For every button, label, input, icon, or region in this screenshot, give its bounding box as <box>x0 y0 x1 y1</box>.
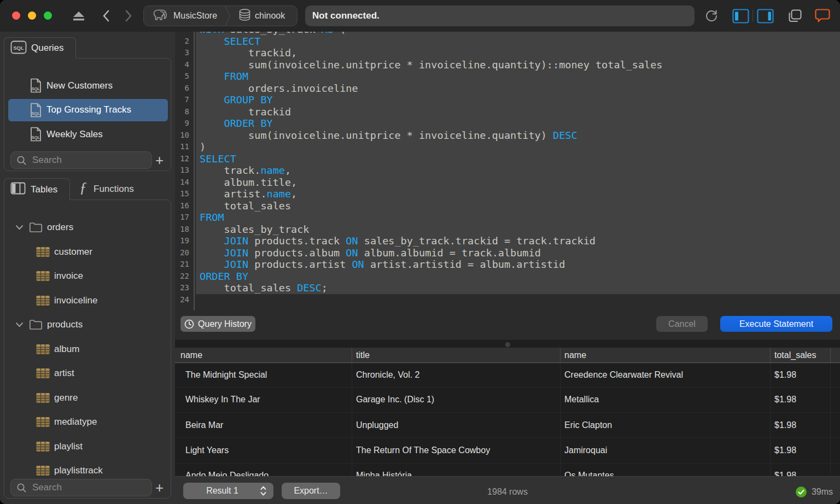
code-line[interactable]: sum(invoiceline.unitprice * invoiceline.… <box>196 59 840 71</box>
line-number: 16 <box>175 200 189 212</box>
code-line[interactable]: JOIN products.album ON album.albumid = t… <box>196 247 840 259</box>
code-line[interactable]: orders.invoiceline <box>196 83 840 95</box>
svg-text:SQL: SQL <box>32 111 40 116</box>
chevron-down-icon[interactable] <box>15 225 24 230</box>
table-icon <box>36 368 50 379</box>
result-cell: $1.98 <box>771 413 831 437</box>
result-cell-filler <box>831 388 840 412</box>
tree-folder-row[interactable]: products <box>4 314 171 336</box>
table-icon <box>36 466 50 476</box>
code-line[interactable]: trackid, <box>196 47 840 59</box>
tree-table-label: genre <box>54 392 78 403</box>
code-line[interactable]: GROUP BY <box>196 94 840 106</box>
result-cell: Unplugged <box>352 413 561 437</box>
eject-icon[interactable] <box>71 0 86 32</box>
column-header-filler <box>831 348 840 362</box>
code-line[interactable]: ) <box>196 141 840 153</box>
tree-table-row[interactable]: invoice <box>4 265 171 288</box>
code-line[interactable]: album.title, <box>196 177 840 189</box>
code-line[interactable]: FROM <box>196 71 840 83</box>
tree-table-row[interactable]: artist <box>4 362 171 385</box>
result-cell: Minha História <box>352 464 561 476</box>
drag-handle[interactable] <box>505 342 510 347</box>
export-button[interactable]: Export… <box>282 483 340 499</box>
tree-table-row[interactable]: invoiceline <box>4 289 171 312</box>
code-line[interactable]: JOIN products.artist ON artist.artistid … <box>196 259 840 271</box>
breadcrumb-project[interactable]: MusicStore <box>173 11 217 21</box>
code-line[interactable]: artist.name, <box>196 188 840 200</box>
query-item[interactable]: SQLNew Customers <box>8 74 168 97</box>
code-line[interactable]: SELECT <box>196 153 840 165</box>
pane-divider[interactable] <box>175 340 840 348</box>
line-number: 12 <box>175 153 189 165</box>
toggle-right-sidebar-button[interactable] <box>756 0 774 32</box>
query-history-button[interactable]: Query History <box>180 316 255 332</box>
minimize-button[interactable] <box>28 11 36 20</box>
column-header[interactable]: name <box>561 348 771 362</box>
tree-table-row[interactable]: mediatype <box>4 411 171 433</box>
code-line[interactable]: trackid <box>196 106 840 118</box>
tree-table-row[interactable]: album <box>4 338 171 360</box>
code-line[interactable]: ORDER BY <box>196 118 840 130</box>
code-line[interactable]: sales_by_track <box>196 224 840 236</box>
add-table-button[interactable]: + <box>155 480 164 495</box>
column-header[interactable]: title <box>352 348 561 362</box>
tables-tab[interactable]: Tables <box>4 178 70 200</box>
result-row[interactable]: The Midnight SpecialChronicle, Vol. 2Cre… <box>175 364 840 388</box>
tree-table-row[interactable]: genre <box>4 386 171 409</box>
column-header[interactable]: name <box>175 348 352 362</box>
refresh-button[interactable] <box>703 0 720 32</box>
result-row[interactable]: Whiskey In The JarGarage Inc. (Disc 1)Me… <box>175 388 840 413</box>
sql-file-icon: SQL <box>30 127 42 144</box>
zoom-button[interactable] <box>44 11 52 20</box>
result-row[interactable]: Light YearsThe Return Of The Space Cowbo… <box>175 438 840 463</box>
results-header: nametitlenametotal_sales <box>175 348 840 363</box>
query-item[interactable]: SQLWeekly Sales <box>8 123 168 145</box>
back-button[interactable] <box>100 0 112 32</box>
chat-button[interactable] <box>814 0 831 32</box>
column-header[interactable]: total_sales <box>771 348 831 362</box>
code-line[interactable]: ORDER BY <box>196 271 840 283</box>
result-row[interactable]: Beira MarUnpluggedEric Clapton$1.98 <box>175 413 840 438</box>
query-item[interactable]: SQLTop Grossing Tracks <box>8 99 168 121</box>
result-selector[interactable]: Result 1 <box>183 483 273 499</box>
code-line[interactable]: total_sales <box>196 200 840 212</box>
tree-folder-row[interactable]: orders <box>4 216 171 239</box>
code-line[interactable]: FROM <box>196 212 840 224</box>
queries-tab[interactable]: SQL Queries <box>4 37 76 58</box>
line-number: 2 <box>175 36 189 48</box>
execute-statement-button[interactable]: Execute Statement <box>720 316 832 332</box>
toggle-left-sidebar-button[interactable] <box>732 0 749 32</box>
code-line[interactable]: track.name, <box>196 165 840 177</box>
queries-search-field[interactable]: Search <box>10 151 152 169</box>
close-button[interactable] <box>12 11 20 20</box>
functions-tab[interactable]: ƒ Functions <box>70 178 170 200</box>
sql-editor[interactable]: 123456789101112131415161718192021222324 … <box>175 32 840 310</box>
code-line[interactable]: SELECT <box>196 36 840 48</box>
function-icon: ƒ <box>78 180 89 198</box>
add-query-button[interactable]: + <box>155 153 164 167</box>
row-count: 1984 rows <box>175 479 840 504</box>
line-number: 14 <box>175 177 189 189</box>
result-row[interactable]: Ando Meio DesligadoMinha HistóriaOs Muta… <box>175 464 840 476</box>
code-line[interactable]: sum(invoiceline.unitprice * invoiceline.… <box>196 130 840 142</box>
tree-table-row[interactable]: playlist <box>4 435 171 458</box>
result-cell: $1.98 <box>771 364 831 387</box>
tables-search-field[interactable]: Search <box>10 479 152 496</box>
code-line[interactable] <box>196 294 840 306</box>
tree-table-label: playlisttrack <box>54 465 103 476</box>
tree-table-row[interactable]: customer <box>4 241 171 263</box>
query-history-label: Query History <box>198 319 252 329</box>
breadcrumb-database[interactable]: chinook <box>255 11 285 21</box>
code-line[interactable]: JOIN products.track ON sales_by_track.tr… <box>196 235 840 247</box>
forward-button[interactable] <box>122 0 135 32</box>
result-cell: Beira Mar <box>175 413 352 437</box>
code-line[interactable]: total_sales DESC; <box>196 282 840 294</box>
line-number: 8 <box>175 106 189 118</box>
cancel-button[interactable]: Cancel <box>656 316 708 332</box>
windows-button[interactable] <box>786 0 803 32</box>
chevron-down-icon[interactable] <box>15 322 24 327</box>
results-table[interactable]: The Midnight SpecialChronicle, Vol. 2Cre… <box>175 364 840 476</box>
breadcrumb[interactable]: MusicStore chinook <box>143 5 298 26</box>
result-cell: Light Years <box>175 438 352 462</box>
